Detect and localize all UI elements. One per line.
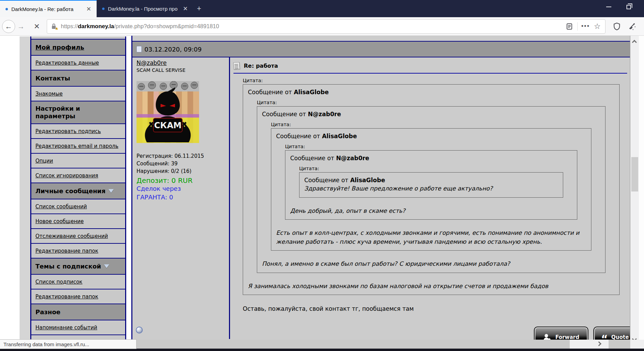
user-avatar[interactable]: СКАМ <box>137 81 199 143</box>
url-text[interactable]: https://darkmoney.la/private.php?do=show… <box>61 23 564 30</box>
window-bottom-edge <box>0 349 644 351</box>
reader-mode-icon[interactable] <box>564 21 575 32</box>
url-bar[interactable]: https://darkmoney.la/private.php?do=show… <box>47 19 605 34</box>
subject-divider <box>233 73 627 74</box>
page-content: Мой профиль Редактировать данные Контакт… <box>0 36 644 340</box>
stat-violations: Нарушения: 0/2 (16) <box>137 168 225 175</box>
url-path: /private.php?do=showpm&pmid=4891810 <box>114 23 219 29</box>
sidebar-header-private-messages[interactable]: Личные сообщения <box>31 183 125 199</box>
tab-darkmoney-profile[interactable]: DarkMoney.la - Просмотр про ✕ <box>97 0 193 17</box>
tab-close-icon[interactable]: ✕ <box>85 6 92 13</box>
quote-text: Понял, а именно в скаме был опыт работы?… <box>262 260 600 268</box>
page-left-margin <box>20 36 30 340</box>
restore-button[interactable] <box>626 5 631 9</box>
sidebar-item-acquaintances[interactable]: Знакомые <box>31 87 125 101</box>
tab-title: DarkMoney.la - Просмотр про <box>108 6 178 12</box>
quote-text: Есть опыт в колл-центрах, с холодными зв… <box>276 229 586 246</box>
sidebar-item-edit-folders[interactable]: Редактирование папок <box>31 244 125 259</box>
quote-text: День добрый, да, опыт в скаме есть? <box>290 207 572 216</box>
sidebar-item-new-message[interactable]: Новое сообщение <box>31 214 125 229</box>
sidebar-header-misc: Разное <box>31 304 125 320</box>
tab-close-icon[interactable]: ✕ <box>182 5 189 12</box>
sidebar-item-ignore-list[interactable]: Список игнорирования <box>31 168 125 183</box>
sidebar-item-edit-data[interactable]: Редактировать данные <box>31 56 125 70</box>
quote-author: AlisaGlobe <box>322 133 357 140</box>
message-page-icon <box>137 46 142 52</box>
quote-label: Цитата: <box>285 144 577 149</box>
horizontal-scrollbar-right[interactable] <box>570 340 609 349</box>
guarantor-deals-line2[interactable]: ГАРАНТА: 0 <box>137 193 225 201</box>
shield-icon[interactable] <box>612 21 622 32</box>
quote-text: Я занималась холодными звонками по базам… <box>248 282 614 291</box>
tab-darkmoney-pm[interactable]: DarkMoney.la - Re: работа ✕ <box>0 0 97 17</box>
scroll-right-icon[interactable] <box>597 341 601 346</box>
scroll-up-icon[interactable] <box>632 40 637 45</box>
broom-extension-icon[interactable] <box>627 21 637 32</box>
minimize-button[interactable] <box>606 7 611 7</box>
guarantor-deals-line1[interactable]: Сделок через <box>137 185 225 193</box>
stat-registration: Регистрация: 06.11.2015 <box>137 153 225 160</box>
sidebar-header-subscribed-threads[interactable]: Темы с подпиской <box>31 259 125 275</box>
sidebar-item-message-tracking[interactable]: Отслеживание сообщений <box>31 229 125 244</box>
post-date-bar: 03.12.2020, 09:09 <box>132 41 630 57</box>
post-date: 03.12.2020, 09:09 <box>144 46 201 53</box>
message-body-text: Оставь, пожалуйста, свой контакт тг, поо… <box>243 305 609 312</box>
tab-bar: DarkMoney.la - Re: работа ✕ DarkMoney.la… <box>0 0 644 17</box>
quote-attribution: Сообщение от AlisaGlobe <box>304 177 558 184</box>
private-message-post: 03.12.2020, 09:09 N@zab0re SCAM CALL SER… <box>131 36 630 340</box>
new-tab-button[interactable]: + <box>193 0 205 17</box>
stat-messages: Сообщений: 39 <box>137 160 225 168</box>
sidebar-item-my-profile[interactable]: Мой профиль <box>31 40 125 56</box>
message-subject: Re: работа <box>244 63 278 69</box>
stop-button[interactable]: ✕ <box>31 21 43 32</box>
post-top-sliver <box>132 36 630 41</box>
quote-marks-icon: “ <box>601 337 608 340</box>
quote-button-pm[interactable]: “ Quote <box>593 327 630 340</box>
bookmark-star-icon[interactable]: ☆ <box>592 21 602 32</box>
vertical-scrollbar-thumb[interactable] <box>631 157 638 191</box>
sidebar-item-edit-signature[interactable]: Редактировать подпись <box>31 124 125 139</box>
message-column: Re: работа Цитата: Сообщение от AlisaGlo… <box>230 57 630 339</box>
window-controls <box>606 0 641 14</box>
quote-box-level1: Сообщение от AlisaGlobe Цитата: Сообщени… <box>243 84 620 295</box>
sidebar-top-sliver <box>31 36 125 40</box>
sidebar-header-contacts: Контакты <box>31 70 125 87</box>
sidebar-item-edit-folders-2[interactable]: Редактирование папок <box>31 289 125 304</box>
tab-title: DarkMoney.la - Re: работа <box>11 6 81 12</box>
forward-button-pm[interactable]: Forward <box>534 327 588 340</box>
quote-box-level2: Сообщение от N@zab0re Цитата: Сообщение … <box>257 106 605 273</box>
status-text: Transferring data from images.vfl.ru... <box>3 341 89 347</box>
quote-label: Цитата: <box>257 100 605 105</box>
chevron-down-icon <box>104 264 109 268</box>
sidebar-item-message-list[interactable]: Список сообщений <box>31 199 125 214</box>
quote-box-level5: Сообщение от AlisaGlobe Здравствуйте! Ва… <box>299 172 563 198</box>
sidebar-item-subscription-list[interactable]: Список подписок <box>31 275 125 289</box>
post-note-icon <box>233 62 240 69</box>
author-user-title: SCAM CALL SERVISE <box>137 67 225 73</box>
browser-toolbar: ← → ✕ https://darkmoney.la/private.php?d… <box>0 17 644 36</box>
online-status-orb <box>136 327 143 333</box>
quote-attribution: Сообщение от N@zab0re <box>290 155 572 162</box>
back-button[interactable]: ← <box>2 20 15 33</box>
quote-attribution: Сообщение от AlisaGlobe <box>276 133 586 140</box>
quote-author: AlisaGlobe <box>350 177 385 184</box>
quote-author: N@zab0re <box>336 155 369 162</box>
person-icon <box>543 333 552 340</box>
toolbar-separator <box>577 22 578 31</box>
sidebar-item-event-reminders[interactable]: Напоминание событий <box>31 320 125 335</box>
sidebar-header-settings: Настройки и параметры <box>31 101 125 124</box>
page-actions-icon[interactable]: ••• <box>580 21 591 32</box>
vertical-scrollbar[interactable] <box>630 36 639 348</box>
mixed-content-lock-icon[interactable] <box>51 23 58 30</box>
author-username-link[interactable]: N@zab0re <box>137 59 167 66</box>
avatar-caption: СКАМ <box>154 121 182 130</box>
deposit-value: Депозит: 0 RUR <box>137 176 225 185</box>
chevron-down-icon <box>108 189 114 193</box>
quote-attribution: Сообщение от N@zab0re <box>262 111 600 118</box>
sidebar-item-edit-email-password[interactable]: Редактировать email и пароль <box>31 139 125 154</box>
status-bar: Transferring data from images.vfl.ru... <box>0 339 137 349</box>
forward-button[interactable]: → <box>15 21 27 32</box>
sidebar-item-options[interactable]: Опции <box>31 154 125 168</box>
tab-favicon <box>6 8 8 10</box>
quote-box-level3: Сообщение от AlisaGlobe Цитата: Сообщени… <box>271 128 591 251</box>
